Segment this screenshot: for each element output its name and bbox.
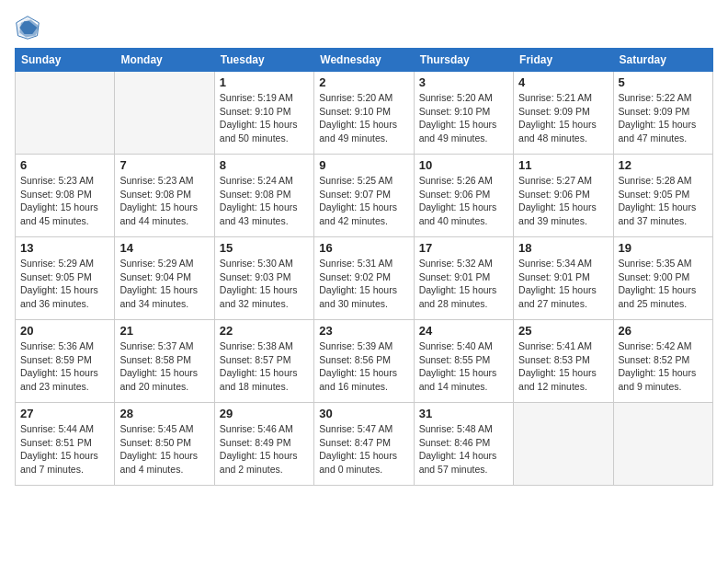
calendar-cell: 4Sunrise: 5:21 AM Sunset: 9:09 PM Daylig… — [514, 72, 613, 155]
day-number: 29 — [220, 407, 309, 420]
day-info: Sunrise: 5:44 AM Sunset: 8:51 PM Dayligh… — [20, 422, 109, 477]
day-info: Sunrise: 5:23 AM Sunset: 9:08 PM Dayligh… — [20, 174, 109, 228]
day-info: Sunrise: 5:48 AM Sunset: 8:46 PM Dayligh… — [419, 422, 508, 477]
day-number: 12 — [619, 158, 708, 172]
day-info: Sunrise: 5:41 AM Sunset: 8:53 PM Dayligh… — [518, 339, 608, 394]
day-number: 11 — [518, 158, 608, 172]
day-info: Sunrise: 5:31 AM Sunset: 9:02 PM Dayligh… — [319, 257, 408, 311]
day-number: 21 — [119, 324, 209, 338]
calendar-cell: 26Sunrise: 5:42 AM Sunset: 8:52 PM Dayli… — [613, 320, 712, 403]
day-number: 16 — [319, 241, 408, 255]
day-number: 13 — [20, 241, 109, 255]
calendar-cell: 21Sunrise: 5:37 AM Sunset: 8:58 PM Dayli… — [115, 320, 214, 403]
day-number: 14 — [119, 241, 209, 255]
logo-icon — [15, 15, 40, 40]
calendar-cell: 28Sunrise: 5:45 AM Sunset: 8:50 PM Dayli… — [115, 403, 214, 486]
calendar-header-row: SundayMondayTuesdayWednesdayThursdayFrid… — [16, 49, 713, 72]
calendar-week-row: 1Sunrise: 5:19 AM Sunset: 9:10 PM Daylig… — [16, 72, 713, 155]
day-info: Sunrise: 5:39 AM Sunset: 8:56 PM Dayligh… — [319, 339, 408, 394]
day-number: 4 — [518, 75, 608, 89]
calendar-table: SundayMondayTuesdayWednesdayThursdayFrid… — [15, 48, 713, 486]
day-info: Sunrise: 5:23 AM Sunset: 9:08 PM Dayligh… — [119, 174, 209, 228]
calendar-cell: 10Sunrise: 5:26 AM Sunset: 9:06 PM Dayli… — [414, 155, 513, 237]
day-info: Sunrise: 5:37 AM Sunset: 8:58 PM Dayligh… — [119, 339, 209, 394]
day-number: 18 — [518, 241, 608, 255]
calendar-cell: 27Sunrise: 5:44 AM Sunset: 8:51 PM Dayli… — [16, 403, 115, 486]
day-number: 6 — [20, 158, 109, 172]
day-number: 28 — [119, 407, 209, 420]
day-info: Sunrise: 5:22 AM Sunset: 9:09 PM Dayligh… — [619, 91, 708, 145]
calendar-cell: 5Sunrise: 5:22 AM Sunset: 9:09 PM Daylig… — [613, 72, 712, 155]
calendar-cell: 24Sunrise: 5:40 AM Sunset: 8:55 PM Dayli… — [414, 320, 513, 403]
day-info: Sunrise: 5:40 AM Sunset: 8:55 PM Dayligh… — [419, 339, 508, 394]
day-number: 3 — [419, 75, 508, 89]
day-info: Sunrise: 5:47 AM Sunset: 8:47 PM Dayligh… — [319, 422, 408, 477]
calendar-cell: 16Sunrise: 5:31 AM Sunset: 9:02 PM Dayli… — [314, 237, 414, 320]
header-sunday: Sunday — [16, 49, 115, 72]
day-number: 19 — [619, 241, 708, 255]
day-info: Sunrise: 5:26 AM Sunset: 9:06 PM Dayligh… — [419, 174, 508, 228]
day-number: 1 — [220, 75, 309, 89]
calendar-cell: 19Sunrise: 5:35 AM Sunset: 9:00 PM Dayli… — [613, 237, 712, 320]
day-number: 20 — [20, 324, 109, 338]
day-number: 25 — [518, 324, 608, 338]
day-info: Sunrise: 5:36 AM Sunset: 8:59 PM Dayligh… — [20, 339, 109, 394]
day-number: 9 — [319, 158, 408, 172]
day-number: 23 — [319, 324, 408, 338]
calendar-cell: 22Sunrise: 5:38 AM Sunset: 8:57 PM Dayli… — [214, 320, 313, 403]
header-saturday: Saturday — [613, 49, 712, 72]
day-number: 8 — [220, 158, 309, 172]
day-info: Sunrise: 5:20 AM Sunset: 9:10 PM Dayligh… — [419, 91, 508, 145]
calendar-cell: 1Sunrise: 5:19 AM Sunset: 9:10 PM Daylig… — [214, 72, 313, 155]
day-info: Sunrise: 5:25 AM Sunset: 9:07 PM Dayligh… — [319, 174, 408, 228]
header-wednesday: Wednesday — [314, 49, 414, 72]
day-info: Sunrise: 5:34 AM Sunset: 9:01 PM Dayligh… — [518, 257, 608, 311]
day-number: 22 — [220, 324, 309, 338]
calendar-week-row: 20Sunrise: 5:36 AM Sunset: 8:59 PM Dayli… — [16, 320, 713, 403]
calendar-cell: 8Sunrise: 5:24 AM Sunset: 9:08 PM Daylig… — [214, 155, 313, 237]
day-info: Sunrise: 5:46 AM Sunset: 8:49 PM Dayligh… — [220, 422, 309, 477]
day-info: Sunrise: 5:35 AM Sunset: 9:00 PM Dayligh… — [619, 257, 708, 311]
calendar-cell — [613, 403, 712, 486]
day-info: Sunrise: 5:29 AM Sunset: 9:05 PM Dayligh… — [20, 257, 109, 311]
calendar-week-row: 6Sunrise: 5:23 AM Sunset: 9:08 PM Daylig… — [16, 155, 713, 237]
day-number: 5 — [619, 75, 708, 89]
day-info: Sunrise: 5:27 AM Sunset: 9:06 PM Dayligh… — [518, 174, 608, 228]
day-number: 2 — [319, 75, 408, 89]
calendar-cell: 20Sunrise: 5:36 AM Sunset: 8:59 PM Dayli… — [16, 320, 115, 403]
day-info: Sunrise: 5:19 AM Sunset: 9:10 PM Dayligh… — [220, 91, 309, 145]
calendar-cell: 23Sunrise: 5:39 AM Sunset: 8:56 PM Dayli… — [314, 320, 414, 403]
calendar-cell — [115, 72, 214, 155]
calendar-cell: 12Sunrise: 5:28 AM Sunset: 9:05 PM Dayli… — [613, 155, 712, 237]
calendar-cell: 31Sunrise: 5:48 AM Sunset: 8:46 PM Dayli… — [414, 403, 513, 486]
day-info: Sunrise: 5:21 AM Sunset: 9:09 PM Dayligh… — [518, 91, 608, 145]
day-number: 7 — [119, 158, 209, 172]
header-friday: Friday — [514, 49, 613, 72]
day-number: 30 — [319, 407, 408, 420]
calendar-cell: 15Sunrise: 5:30 AM Sunset: 9:03 PM Dayli… — [214, 237, 313, 320]
day-info: Sunrise: 5:45 AM Sunset: 8:50 PM Dayligh… — [119, 422, 209, 477]
day-info: Sunrise: 5:42 AM Sunset: 8:52 PM Dayligh… — [619, 339, 708, 394]
calendar-cell: 9Sunrise: 5:25 AM Sunset: 9:07 PM Daylig… — [314, 155, 414, 237]
day-number: 26 — [619, 324, 708, 338]
day-info: Sunrise: 5:20 AM Sunset: 9:10 PM Dayligh… — [319, 91, 408, 145]
calendar-cell: 29Sunrise: 5:46 AM Sunset: 8:49 PM Dayli… — [214, 403, 313, 486]
calendar-week-row: 27Sunrise: 5:44 AM Sunset: 8:51 PM Dayli… — [16, 403, 713, 486]
calendar-cell: 2Sunrise: 5:20 AM Sunset: 9:10 PM Daylig… — [314, 72, 414, 155]
calendar-cell: 13Sunrise: 5:29 AM Sunset: 9:05 PM Dayli… — [16, 237, 115, 320]
logo — [15, 15, 44, 40]
day-number: 31 — [419, 407, 508, 420]
day-info: Sunrise: 5:24 AM Sunset: 9:08 PM Dayligh… — [220, 174, 309, 228]
calendar-cell: 17Sunrise: 5:32 AM Sunset: 9:01 PM Dayli… — [414, 237, 513, 320]
header-monday: Monday — [115, 49, 214, 72]
day-number: 24 — [419, 324, 508, 338]
calendar-cell: 14Sunrise: 5:29 AM Sunset: 9:04 PM Dayli… — [115, 237, 214, 320]
page-header — [15, 15, 713, 40]
header-thursday: Thursday — [414, 49, 513, 72]
calendar-cell: 18Sunrise: 5:34 AM Sunset: 9:01 PM Dayli… — [514, 237, 613, 320]
header-tuesday: Tuesday — [214, 49, 313, 72]
day-number: 17 — [419, 241, 508, 255]
calendar-cell: 3Sunrise: 5:20 AM Sunset: 9:10 PM Daylig… — [414, 72, 513, 155]
day-info: Sunrise: 5:30 AM Sunset: 9:03 PM Dayligh… — [220, 257, 309, 311]
calendar-week-row: 13Sunrise: 5:29 AM Sunset: 9:05 PM Dayli… — [16, 237, 713, 320]
